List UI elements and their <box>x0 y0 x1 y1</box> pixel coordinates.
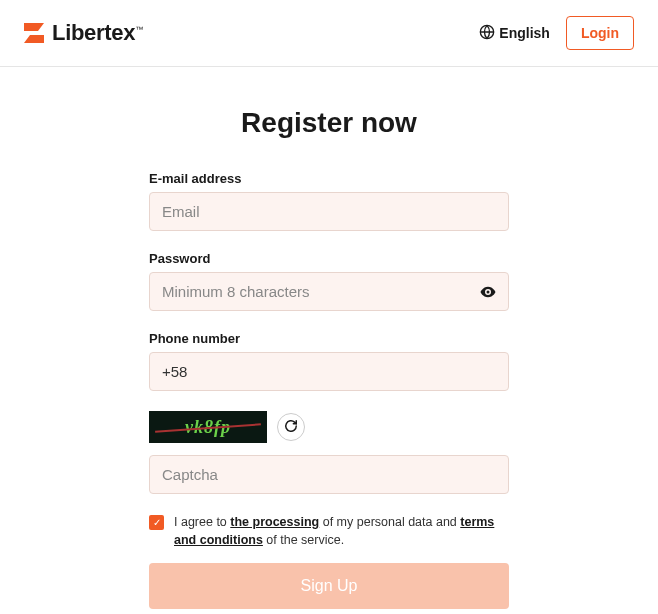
language-label: English <box>499 25 550 41</box>
password-field[interactable] <box>149 272 509 311</box>
libertex-logo-icon <box>24 23 44 43</box>
refresh-icon <box>284 419 298 436</box>
captcha-field[interactable] <box>149 455 509 494</box>
login-button[interactable]: Login <box>566 16 634 50</box>
brand-logo[interactable]: Libertex™ <box>24 20 143 46</box>
brand-name: Libertex™ <box>52 20 143 46</box>
email-group: E-mail address <box>149 171 509 231</box>
consent-text: I agree to the processing of my personal… <box>174 514 509 549</box>
processing-link[interactable]: the processing <box>230 515 319 529</box>
phone-field[interactable] <box>149 352 509 391</box>
consent-row: ✓ I agree to the processing of my person… <box>149 514 509 549</box>
language-selector[interactable]: English <box>479 24 550 43</box>
captcha-refresh-button[interactable] <box>277 413 305 441</box>
header: Libertex™ English Login <box>0 0 658 67</box>
phone-group: Phone number <box>149 331 509 391</box>
toggle-password-visibility-icon[interactable] <box>479 283 497 301</box>
consent-checkbox[interactable]: ✓ <box>149 515 164 530</box>
signup-button[interactable]: Sign Up <box>149 563 509 609</box>
password-group: Password <box>149 251 509 311</box>
email-field[interactable] <box>149 192 509 231</box>
phone-label: Phone number <box>149 331 509 346</box>
email-label: E-mail address <box>149 171 509 186</box>
register-form-container: Register now E-mail address Password Pho… <box>149 67 509 614</box>
password-label: Password <box>149 251 509 266</box>
header-actions: English Login <box>479 16 634 50</box>
captcha-image: vk8fp <box>149 411 267 443</box>
globe-icon <box>479 24 495 43</box>
page-title: Register now <box>149 107 509 139</box>
captcha-group: vk8fp <box>149 411 509 494</box>
